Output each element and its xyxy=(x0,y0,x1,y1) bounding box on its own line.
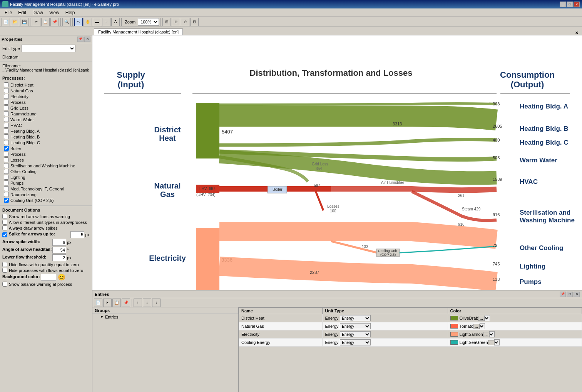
process-checkbox-17[interactable] xyxy=(4,180,9,185)
process-checkbox-0[interactable] xyxy=(4,82,9,87)
param-threshold-label: Lower flow threshold: xyxy=(2,255,52,259)
process-checkbox-12[interactable] xyxy=(4,152,9,157)
entry-unit-select-0[interactable]: Energy xyxy=(340,315,371,321)
process-checkbox-11[interactable] xyxy=(4,146,9,151)
process-checkbox-13[interactable] xyxy=(4,157,9,162)
fit-button[interactable]: ⊞ xyxy=(162,18,171,26)
process-checkbox-5[interactable] xyxy=(4,111,9,116)
process-checkbox-7[interactable] xyxy=(4,123,9,128)
col-color: Color xyxy=(448,308,582,314)
close-button[interactable]: ✕ xyxy=(574,2,580,7)
toolbar-separator-4 xyxy=(121,18,122,26)
search-button[interactable]: 🔍 xyxy=(62,18,71,26)
grid-button[interactable]: ⊟ xyxy=(190,18,199,26)
entries-cut[interactable]: ✂ xyxy=(103,299,112,307)
tool-node[interactable]: ▬ xyxy=(93,18,101,26)
param-spike-arrows-checkbox[interactable] xyxy=(2,232,7,237)
process-checkbox-3[interactable] xyxy=(4,100,9,105)
option-arrow-spikes-checkbox[interactable] xyxy=(2,225,7,230)
tab-main[interactable]: Facility Management Hospital (classic) [… xyxy=(94,28,183,35)
entries-sort[interactable]: ↕ xyxy=(152,299,161,307)
tab-close[interactable]: ✕ xyxy=(575,31,578,35)
zoom-out-button[interactable]: ⊖ xyxy=(181,18,189,26)
tool-arrow[interactable]: → xyxy=(102,18,110,26)
process-label-7: HVAC xyxy=(10,123,22,128)
save-button[interactable]: 💾 xyxy=(20,18,28,26)
option-balance-warning-checkbox[interactable] xyxy=(2,282,7,287)
color-dots-btn-1[interactable]: ... xyxy=(473,324,480,329)
entry-unit-select-2[interactable]: Energy xyxy=(340,331,371,337)
new-button[interactable]: 📄 xyxy=(2,18,10,26)
color-dots-btn-3[interactable]: ... xyxy=(488,340,494,345)
zoom-in-button[interactable]: ⊕ xyxy=(172,18,180,26)
entries-up[interactable]: ↑ xyxy=(134,299,142,307)
color-dropdown-3[interactable]: ▼ xyxy=(494,339,500,345)
bg-color-label: Background color: xyxy=(2,274,41,279)
svg-text:(Input): (Input) xyxy=(118,80,144,89)
bg-color-swatch[interactable] xyxy=(41,274,56,281)
entries-paste[interactable]: 📌 xyxy=(122,299,130,307)
option-hide-process-checkbox[interactable] xyxy=(2,268,7,273)
process-checkbox-2[interactable] xyxy=(4,94,9,99)
edit-type-select[interactable] xyxy=(22,45,75,52)
param-angle: Angle of arrow head/tail: ° xyxy=(2,247,90,254)
zoom-select[interactable]: 100% 75% 125% 150% xyxy=(138,18,159,26)
param-threshold-value[interactable] xyxy=(52,254,66,261)
entries-close-button[interactable]: ✕ xyxy=(574,292,580,297)
sidebar-pin-button[interactable]: 📌 xyxy=(77,37,84,42)
menu-file[interactable]: File xyxy=(2,9,15,16)
entries-down[interactable]: ↓ xyxy=(143,299,151,307)
entries-pin-button[interactable]: 📌 xyxy=(560,292,566,297)
process-checkbox-14[interactable] xyxy=(4,163,9,168)
process-checkbox-1[interactable] xyxy=(4,88,9,93)
svg-text:Heating Bldg. B: Heating Bldg. B xyxy=(520,125,569,132)
entry-color-3: LightSeaGreen...▼ xyxy=(448,339,582,347)
entry-unit-select-1[interactable]: Energy xyxy=(340,323,371,329)
canvas-area[interactable]: Supply (Input) Distribution, Transformat… xyxy=(92,35,582,290)
param-spike-value[interactable] xyxy=(70,231,84,238)
menu-bar: File Edit Draw View Help xyxy=(0,8,582,17)
param-angle-value[interactable] xyxy=(52,247,66,254)
option-unit-types-checkbox[interactable] xyxy=(2,220,7,225)
entries-new[interactable]: 📄 xyxy=(94,299,102,307)
option-hide-zero-checkbox[interactable] xyxy=(2,262,7,267)
entry-unit-select-3[interactable]: Energy xyxy=(340,339,371,345)
tool-pan[interactable]: ✋ xyxy=(84,18,92,26)
process-checkbox-9[interactable] xyxy=(4,134,9,139)
process-checkbox-6[interactable] xyxy=(4,117,9,122)
color-dropdown-0[interactable]: ▼ xyxy=(485,315,490,321)
process-checkbox-15[interactable] xyxy=(4,169,9,174)
edit-type-section: Edit Type Diagram xyxy=(0,43,92,62)
menu-view[interactable]: View xyxy=(46,9,62,16)
color-dropdown-2[interactable]: ▼ xyxy=(489,331,495,337)
menu-help[interactable]: Help xyxy=(62,9,78,16)
copy-button[interactable]: 📋 xyxy=(41,18,50,26)
entries-float-button[interactable]: ⊡ xyxy=(567,292,573,297)
tool-select[interactable]: ↖ xyxy=(74,18,83,26)
color-dropdown-1[interactable]: ▼ xyxy=(480,323,485,329)
process-checkbox-19[interactable] xyxy=(4,192,9,197)
option-red-arrow-checkbox[interactable] xyxy=(2,214,7,219)
groups-entries-item[interactable]: ▼ Entries xyxy=(92,314,238,320)
process-checkbox-8[interactable] xyxy=(4,128,9,133)
svg-rect-25 xyxy=(196,228,219,290)
sidebar-close-button[interactable]: ✕ xyxy=(84,37,90,42)
paste-button[interactable]: 📌 xyxy=(50,18,59,26)
tool-text[interactable]: A xyxy=(111,18,120,26)
entries-copy[interactable]: 📋 xyxy=(112,299,121,307)
process-checkbox-18[interactable] xyxy=(4,186,9,191)
color-dots-btn-2[interactable]: ... xyxy=(483,332,489,337)
color-dots-btn-0[interactable]: ... xyxy=(478,316,484,321)
param-spike-width-value[interactable] xyxy=(52,239,66,246)
process-checkbox-10[interactable] xyxy=(4,140,9,145)
maximize-button[interactable]: □ xyxy=(567,2,573,7)
cut-button[interactable]: ✂ xyxy=(32,18,40,26)
menu-edit[interactable]: Edit xyxy=(15,9,29,16)
minimize-button[interactable]: _ xyxy=(560,2,566,7)
menu-draw[interactable]: Draw xyxy=(29,9,46,16)
open-button[interactable]: 📂 xyxy=(11,18,19,26)
process-checkbox-4[interactable] xyxy=(4,105,9,110)
process-checkbox-20[interactable] xyxy=(4,198,9,203)
process-checkbox-16[interactable] xyxy=(4,175,9,180)
process-item-12: Process xyxy=(4,151,88,157)
